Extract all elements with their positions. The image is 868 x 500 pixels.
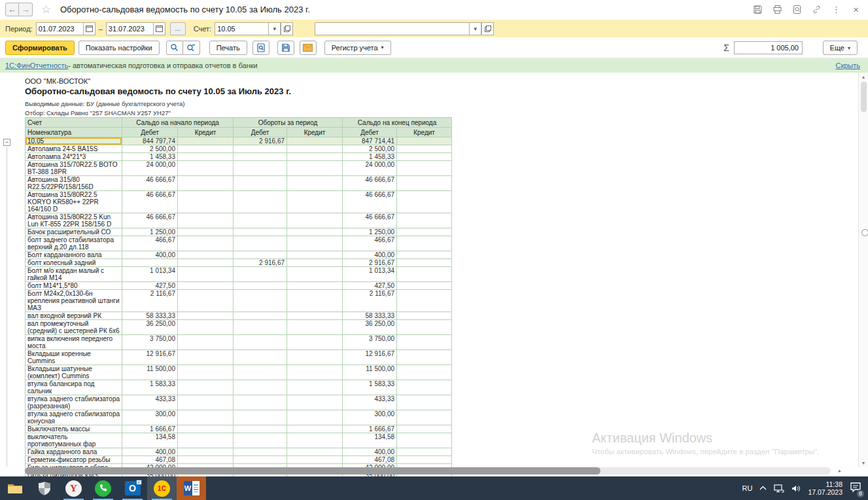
nomenclature-cell[interactable]: випка включения переднего моста — [26, 335, 122, 350]
amount-cell[interactable]: 1 583,33 — [343, 380, 397, 395]
taskbar-clock[interactable]: 11:38 17.07.2023 — [808, 480, 842, 496]
amount-cell[interactable] — [287, 191, 343, 213]
nomenclature-cell[interactable]: вал входной верзний РК — [26, 312, 122, 320]
amount-cell[interactable]: 1 250,00 — [343, 228, 397, 236]
table-row[interactable]: Автошина 315/80 R22.5/22PR/158/156D46 66… — [26, 176, 452, 191]
show-settings-button[interactable]: Показать настройки — [78, 41, 160, 55]
amount-cell[interactable] — [178, 456, 234, 464]
table-row[interactable]: Автошина 315/80R22.5 Kun Lun КТ-855 22PR… — [26, 213, 452, 228]
taskbar-outlook[interactable]: O ✓ — [118, 476, 147, 500]
amount-cell[interactable]: 3 750,00 — [343, 335, 397, 350]
amount-cell[interactable] — [234, 410, 287, 425]
table-row[interactable]: вал промежуточный (средний) с шестерней … — [26, 320, 452, 335]
amount-cell[interactable]: 467,08 — [343, 456, 397, 464]
sum-field[interactable] — [734, 41, 803, 54]
scroll-up-icon[interactable]: ▴ — [859, 74, 868, 80]
header-credit[interactable]: Кредит — [287, 128, 343, 137]
amount-cell[interactable]: 467,08 — [122, 456, 178, 464]
table-row[interactable]: выключатель противотуманных фар134,58134… — [26, 433, 452, 448]
amount-cell[interactable] — [234, 433, 287, 448]
taskbar-1c-enterprise[interactable]: 1С — [147, 476, 177, 500]
amount-cell[interactable] — [178, 153, 234, 161]
amount-cell[interactable] — [122, 259, 178, 267]
amount-cell[interactable]: 1 583,33 — [122, 380, 178, 395]
amount-cell[interactable] — [178, 236, 234, 251]
amount-cell[interactable]: 46 666,67 — [122, 213, 178, 228]
nomenclature-cell[interactable]: втулка балансира под сальник — [26, 380, 122, 395]
amount-cell[interactable] — [287, 176, 343, 191]
amount-cell[interactable] — [178, 410, 234, 425]
amount-cell[interactable] — [287, 433, 343, 448]
taskbar-file-explorer[interactable] — [0, 476, 29, 500]
amount-cell[interactable] — [287, 410, 343, 425]
header-debit[interactable]: Дебет — [343, 128, 397, 137]
header-saldo-start[interactable]: Сальдо на начало периода — [122, 118, 234, 128]
extra-dropdown-icon[interactable]: ▾ — [469, 22, 481, 35]
amount-cell[interactable] — [397, 350, 452, 365]
nomenclature-cell[interactable]: Автошина 315/80R22.5 Kun Lun КТ-855 22PR… — [26, 213, 122, 228]
header-debit[interactable]: Дебет — [234, 128, 287, 137]
amount-cell[interactable] — [178, 320, 234, 335]
amount-cell[interactable] — [287, 350, 343, 365]
amount-cell[interactable]: 1 458,33 — [122, 153, 178, 161]
amount-cell[interactable] — [234, 380, 287, 395]
amount-cell[interactable] — [397, 335, 452, 350]
amount-cell[interactable]: 1 666,67 — [122, 425, 178, 433]
save-icon[interactable] — [752, 4, 763, 15]
amount-cell[interactable] — [234, 251, 287, 259]
amount-cell[interactable] — [234, 282, 287, 290]
amount-cell[interactable] — [397, 410, 452, 425]
amount-cell[interactable] — [234, 191, 287, 213]
nomenclature-cell[interactable]: Автолампа 24-5 BA15S — [26, 145, 122, 153]
amount-cell[interactable] — [397, 365, 452, 380]
amount-cell[interactable]: 466,67 — [122, 236, 178, 251]
amount-cell[interactable] — [178, 267, 234, 282]
amount-cell[interactable] — [287, 153, 343, 161]
nomenclature-cell[interactable]: Герметик-фиксатор резьбы — [26, 456, 122, 464]
nomenclature-cell[interactable]: Выключатель массы — [26, 425, 122, 433]
amount-cell[interactable] — [287, 448, 343, 456]
amount-cell[interactable] — [287, 282, 343, 290]
taskbar-yandex-browser[interactable]: Y — [59, 476, 88, 500]
nomenclature-cell[interactable]: Автошина 315/80 R22.5/22PR/158/156D — [26, 176, 122, 191]
amount-cell[interactable] — [287, 312, 343, 320]
amount-cell[interactable] — [234, 365, 287, 380]
table-row[interactable]: Автошина 315/70R22.5 BOTO BT-388 18PR24 … — [26, 161, 452, 176]
amount-cell[interactable] — [234, 290, 287, 312]
nomenclature-cell[interactable]: Автолампа 24*21*3 — [26, 153, 122, 161]
amount-cell[interactable]: 300,00 — [122, 410, 178, 425]
amount-cell[interactable]: 2 500,00 — [122, 145, 178, 153]
amount-cell[interactable] — [234, 153, 287, 161]
table-row[interactable]: Автолампа 24-5 BA15S2 500,002 500,00 — [26, 145, 452, 153]
table-row[interactable]: Вкладыши шатунные (комплект) Cummins11 5… — [26, 365, 452, 380]
nomenclature-cell[interactable]: Автошина 315/80R22.5 KORYO KR580++ 22PR … — [26, 191, 122, 213]
amount-cell[interactable]: 12 916,67 — [343, 350, 397, 365]
header-saldo-end[interactable]: Сальдо на конец периода — [343, 118, 452, 128]
amount-cell[interactable]: 2 116,67 — [343, 290, 397, 312]
vertical-scrollbar[interactable]: ▴ ▾ — [858, 73, 868, 467]
nomenclature-cell[interactable]: втулка заднего стабилизатора конусная — [26, 410, 122, 425]
amount-cell[interactable]: 300,00 — [343, 410, 397, 425]
table-row[interactable]: вал входной верзний РК58 333,3358 333,33 — [26, 312, 452, 320]
nomenclature-cell[interactable]: болт колесный задний — [26, 259, 122, 267]
amount-cell[interactable] — [287, 456, 343, 464]
hide-banner-link[interactable]: Скрыть — [835, 62, 860, 69]
amount-cell[interactable] — [234, 335, 287, 350]
table-row[interactable]: Бачок расширительный СО1 250,001 250,00 — [26, 228, 452, 236]
table-row[interactable]: Автолампа 24*21*31 458,331 458,33 — [26, 153, 452, 161]
amount-cell[interactable]: 134,58 — [122, 433, 178, 448]
amount-cell[interactable] — [397, 161, 452, 176]
amount-cell[interactable]: 46 666,67 — [122, 191, 178, 213]
amount-cell[interactable] — [234, 176, 287, 191]
amount-cell[interactable]: 433,33 — [122, 395, 178, 410]
amount-cell[interactable]: 134,58 — [343, 433, 397, 448]
scroll-down-icon[interactable]: ▾ — [859, 460, 868, 466]
header-turnover[interactable]: Обороты за период — [234, 118, 343, 128]
table-row[interactable]: Вкладыши коренные Cummins12 916,6712 916… — [26, 350, 452, 365]
amount-cell[interactable] — [234, 267, 287, 282]
amount-cell[interactable] — [287, 320, 343, 335]
amount-cell[interactable] — [178, 395, 234, 410]
amount-cell[interactable]: 466,67 — [343, 236, 397, 251]
amount-cell[interactable] — [287, 395, 343, 410]
horizontal-scrollbar[interactable]: ▸ — [25, 467, 841, 474]
